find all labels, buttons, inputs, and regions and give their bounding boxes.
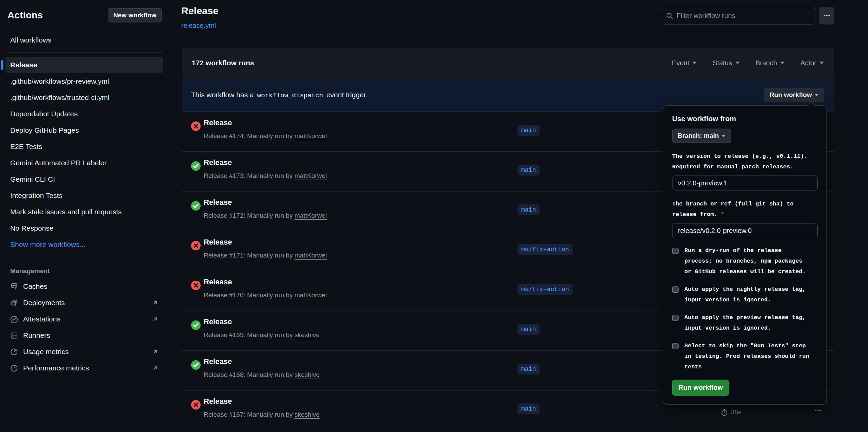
search-input[interactable] [677, 12, 811, 20]
run-title[interactable]: Release [204, 158, 232, 167]
branch-badge[interactable]: main [517, 364, 540, 375]
version-input[interactable] [672, 176, 818, 190]
sidebar-item-attestations[interactable]: Attestations [5, 311, 163, 327]
sidebar-item-gemini-automated-pr-labeler[interactable]: Gemini Automated PR Labeler [5, 155, 163, 171]
actor-link[interactable]: mattKorwel [294, 172, 327, 179]
sidebar-item-trusted-ci[interactable]: .github/workflows/trusted-ci.yml [5, 89, 163, 106]
chevron-down-icon [735, 62, 740, 64]
run-title[interactable]: Release [204, 357, 232, 366]
filter-event[interactable]: Event [672, 59, 697, 67]
cache-icon [10, 283, 18, 290]
run-title[interactable]: Release [204, 317, 232, 326]
sidebar-item-performance-metrics[interactable]: Performance metrics [5, 360, 163, 376]
actor-link[interactable]: mattKorwel [294, 252, 327, 259]
sidebar-item-mark-stale[interactable]: Mark stale issues and pull requests [5, 204, 163, 220]
run-workflow-submit-button[interactable]: Run workflow [672, 380, 729, 396]
actor-link[interactable]: mattKorwel [294, 212, 327, 219]
run-filters: Event Status Branch Actor [672, 59, 824, 67]
run-workflow-popup: Use workflow from Branch: main The versi… [663, 105, 827, 405]
actor-link[interactable]: skeshive [294, 411, 320, 418]
workflow-file-link[interactable]: release.yml [181, 22, 216, 30]
sidebar-divider [7, 52, 162, 53]
run-description: Release #169: Manually run by skeshive [204, 331, 320, 339]
chevron-down-icon [692, 62, 697, 64]
sidebar-divider [7, 257, 162, 257]
page-title: Release [181, 5, 219, 17]
run-options-button[interactable] [812, 405, 823, 416]
dry-run-option: Run a dry-run of the release process; no… [672, 245, 818, 277]
run-title[interactable]: Release [204, 238, 232, 247]
branch-selector-button[interactable]: Branch: main [672, 129, 731, 143]
sidebar-item-all-workflows[interactable]: All workflows [5, 32, 163, 48]
arrow-up-right-icon [152, 349, 158, 355]
new-workflow-button[interactable]: New workflow [108, 8, 162, 22]
workflow-options-button[interactable] [819, 7, 834, 24]
sidebar-item-dependabot-updates[interactable]: Dependabot Updates [5, 106, 163, 122]
runs-header-band: 172 workflow runs Event Status Branch Ac… [182, 48, 834, 78]
branch-badge[interactable]: main [517, 324, 540, 335]
branch-badge[interactable]: main [517, 165, 540, 176]
filter-status[interactable]: Status [713, 59, 740, 67]
sidebar-item-integration-tests[interactable]: Integration Tests [5, 187, 163, 204]
sidebar-item-release[interactable]: Release [5, 57, 163, 73]
verified-icon [10, 315, 18, 323]
preview-tag-option: Auto apply the preview release tag, inpu… [672, 312, 818, 333]
sidebar-item-pr-review[interactable]: .github/workflows/pr-review.yml [5, 73, 163, 89]
show-more-workflows-link[interactable]: Show more workflows... [5, 236, 163, 253]
skip-tests-option: Select to skip the "Run Tests" step in t… [672, 340, 818, 372]
management-list: Caches Deployments Attestations Runners … [5, 278, 163, 376]
dry-run-checkbox[interactable] [672, 248, 679, 254]
meter-icon [10, 348, 18, 356]
workflow-list: Release .github/workflows/pr-review.yml … [5, 57, 163, 253]
actor-link[interactable]: mattKorwel [294, 292, 327, 299]
failure-icon [191, 400, 201, 410]
sidebar-item-no-response[interactable]: No Response [5, 220, 163, 236]
run-description: Release #172: Manually run by mattKorwel [204, 212, 327, 219]
run-title[interactable]: Release [204, 397, 232, 406]
run-workflow-dropdown-button[interactable]: Run workflow [764, 88, 824, 102]
run-title[interactable]: Release [204, 198, 232, 207]
filter-branch[interactable]: Branch [755, 59, 785, 67]
nightly-tag-checkbox[interactable] [672, 286, 679, 293]
failure-icon [191, 281, 201, 290]
actor-link[interactable]: skeshive [294, 331, 320, 338]
actor-link[interactable]: mattKorwel [294, 132, 327, 139]
actor-link[interactable]: skeshive [294, 371, 320, 378]
run-title[interactable]: Release [204, 118, 232, 127]
sidebar-item-usage-metrics[interactable]: Usage metrics [5, 344, 163, 360]
branch-badge[interactable]: main [517, 204, 540, 215]
banner-prefix: This workflow has a [191, 91, 254, 99]
sidebar-item-deployments[interactable]: Deployments [5, 295, 163, 311]
sidebar-title: Actions [7, 10, 43, 21]
preview-tag-checkbox[interactable] [672, 315, 679, 321]
run-description: Release #173: Manually run by mattKorwel [204, 172, 327, 180]
branch-badge[interactable]: main [517, 125, 540, 136]
success-icon [191, 320, 201, 330]
branch-badge[interactable]: main [517, 403, 540, 414]
run-title[interactable]: Release [204, 278, 232, 286]
run-description: Release #170: Manually run by mattKorwel [204, 292, 327, 299]
skip-tests-checkbox[interactable] [672, 343, 679, 349]
run-description: Release #168: Manually run by skeshive [204, 371, 320, 379]
server-icon [10, 332, 18, 339]
kebab-horizontal-icon [823, 12, 831, 19]
banner-code: workflow_dispatch [256, 92, 324, 99]
branch-badge[interactable]: mk/fix-action [517, 284, 573, 295]
sidebar-item-e2e-tests[interactable]: E2E Tests [5, 138, 163, 155]
branch-badge[interactable]: mk/fix-action [517, 244, 573, 255]
actions-sidebar: Actions New workflow All workflows Relea… [0, 0, 169, 432]
banner-suffix: event trigger. [326, 91, 368, 99]
ref-input-label: The branch or ref (full git sha) to rele… [672, 199, 818, 220]
sidebar-item-gemini-cli-ci[interactable]: Gemini CLI CI [5, 171, 163, 187]
filter-runs-search[interactable] [661, 7, 816, 24]
chevron-down-icon [721, 135, 726, 137]
ref-input[interactable] [672, 223, 818, 238]
run-description: Release #167: Manually run by skeshive [204, 411, 320, 418]
search-icon [666, 12, 673, 19]
sidebar-item-caches[interactable]: Caches [5, 278, 163, 295]
chevron-down-icon [819, 62, 824, 64]
success-icon [191, 360, 201, 370]
filter-actor[interactable]: Actor [800, 59, 824, 67]
sidebar-item-runners[interactable]: Runners [5, 327, 163, 344]
sidebar-item-deploy-github-pages[interactable]: Deploy GitHub Pages [5, 122, 163, 138]
